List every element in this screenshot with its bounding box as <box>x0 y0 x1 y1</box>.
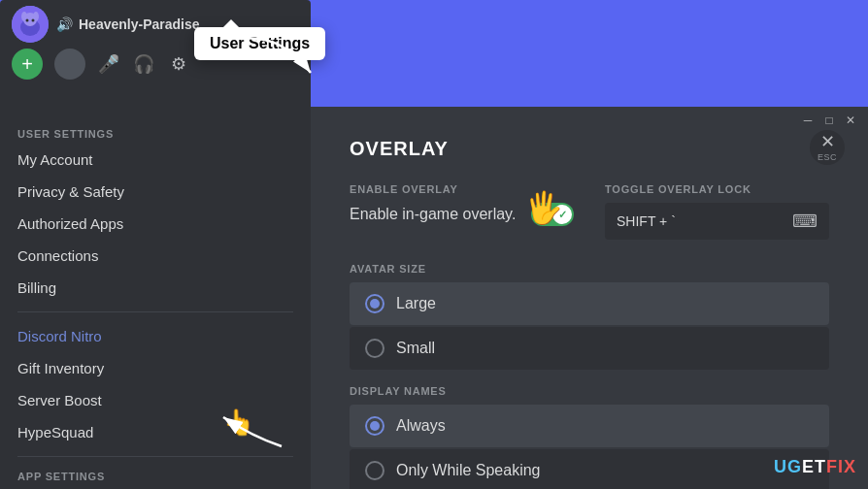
toggle-lock-group: TOGGLE OVERLAY LOCK SHIFT + ` ⌨ <box>605 183 829 240</box>
settings-panel: USER SETTINGS My Account Privacy & Safet… <box>0 107 868 489</box>
display-always-option[interactable]: Always <box>350 405 829 447</box>
radio-large-circle <box>365 294 384 313</box>
add-server-button[interactable]: + <box>12 49 43 80</box>
minimize-button[interactable]: ─ <box>798 111 818 130</box>
watermark: UGETFIX <box>774 457 856 477</box>
username: Heavenly-Paradise <box>79 16 200 32</box>
close-esc-button[interactable]: ✕ ESC <box>810 130 845 165</box>
arrow-annotation <box>233 29 330 87</box>
keyboard-icon: ⌨ <box>792 211 818 232</box>
radio-always-circle <box>365 416 384 436</box>
watermark-et: ET <box>802 457 826 476</box>
keybind-box[interactable]: SHIFT + ` ⌨ <box>605 203 829 240</box>
watermark-ug: UG <box>774 457 802 476</box>
maximize-button[interactable]: □ <box>819 111 839 130</box>
toggle-lock-label: TOGGLE OVERLAY LOCK <box>605 183 829 195</box>
avatar <box>12 6 49 43</box>
close-window-button[interactable]: ✕ <box>841 111 860 130</box>
sidebar-divider-1 <box>17 311 293 312</box>
sidebar-label-authorized-apps: Authorized Apps <box>17 215 123 232</box>
user-settings-section-label: USER SETTINGS <box>8 122 303 144</box>
sidebar-label-privacy-safety: Privacy & Safety <box>17 183 124 200</box>
enable-ingame-label: Enable in-game overlay. <box>350 206 516 223</box>
enable-overlay-group: ENABLE OVERLAY Enable in-game overlay. ✓ <box>350 183 574 240</box>
avatar-small-option[interactable]: Small <box>350 327 829 370</box>
enable-overlay-label: ENABLE OVERLAY <box>350 183 574 195</box>
sidebar-item-billing[interactable]: Billing <box>8 272 303 304</box>
radio-small-circle <box>365 339 384 358</box>
arrow-annotation-2 <box>214 408 291 456</box>
sidebar-item-authorized-apps[interactable]: Authorized Apps <box>8 208 303 240</box>
user-avatar-small <box>54 49 85 80</box>
avatar-size-label: AVATAR SIZE <box>350 263 829 275</box>
sidebar-item-my-account[interactable]: My Account <box>8 144 303 176</box>
svg-point-5 <box>26 19 29 22</box>
volume-icon: 🔊 <box>56 16 73 32</box>
display-names-label: DISPLAY NAMES <box>350 385 829 397</box>
radio-large-dot <box>370 299 380 309</box>
enable-overlay-row: ENABLE OVERLAY Enable in-game overlay. ✓… <box>350 183 829 240</box>
sidebar-label-my-account: My Account <box>17 151 93 168</box>
svg-point-6 <box>32 19 35 22</box>
main-content: ─ □ ✕ ✕ ESC OVERLAY ENABLE OVERLAY Enabl… <box>311 107 868 489</box>
display-speaking-label: Only While Speaking <box>396 462 541 479</box>
page-title: OVERLAY <box>350 138 829 160</box>
overlay-toggle[interactable]: ✓ <box>531 203 574 226</box>
toggle-knob: ✓ <box>552 205 572 224</box>
toggle-row: Enable in-game overlay. ✓ <box>350 203 574 226</box>
close-x-icon: ✕ <box>820 133 835 150</box>
headset-icon[interactable]: 🎧 <box>132 52 155 76</box>
watermark-fix: FIX <box>826 457 856 476</box>
app-settings-section-label: APP SETTINGS <box>8 465 303 486</box>
avatar-small-label: Small <box>396 340 435 357</box>
toggle-check-icon: ✓ <box>558 209 567 221</box>
sidebar-item-privacy-safety[interactable]: Privacy & Safety <box>8 176 303 208</box>
sidebar-item-discord-nitro[interactable]: Discord Nitro <box>8 320 303 352</box>
sidebar-label-discord-nitro: Discord Nitro <box>17 328 102 344</box>
radio-speaking-circle <box>365 461 384 480</box>
keybind-text: SHIFT + ` <box>617 213 676 229</box>
sidebar-label-gift-inventory: Gift Inventory <box>17 360 104 376</box>
sidebar-label-connections: Connections <box>17 247 98 264</box>
sidebar-label-hypesquad: HypeSquad <box>17 424 93 440</box>
sidebar-item-gift-inventory[interactable]: Gift Inventory <box>8 352 303 384</box>
display-always-label: Always <box>396 417 446 435</box>
settings-gear-icon[interactable]: ⚙ <box>167 52 190 76</box>
display-speaking-option[interactable]: Only While Speaking <box>350 449 829 489</box>
microphone-icon[interactable]: 🎤 <box>97 52 120 76</box>
esc-label: ESC <box>818 152 837 162</box>
sidebar-label-server-boost: Server Boost <box>17 392 102 408</box>
avatar-image <box>12 6 49 43</box>
sidebar-item-connections[interactable]: Connections <box>8 240 303 272</box>
sidebar-label-billing: Billing <box>17 279 56 296</box>
avatar-large-label: Large <box>396 295 436 312</box>
avatar-large-option[interactable]: Large <box>350 282 829 325</box>
radio-always-dot <box>370 421 380 431</box>
sidebar-divider-2 <box>17 456 293 457</box>
